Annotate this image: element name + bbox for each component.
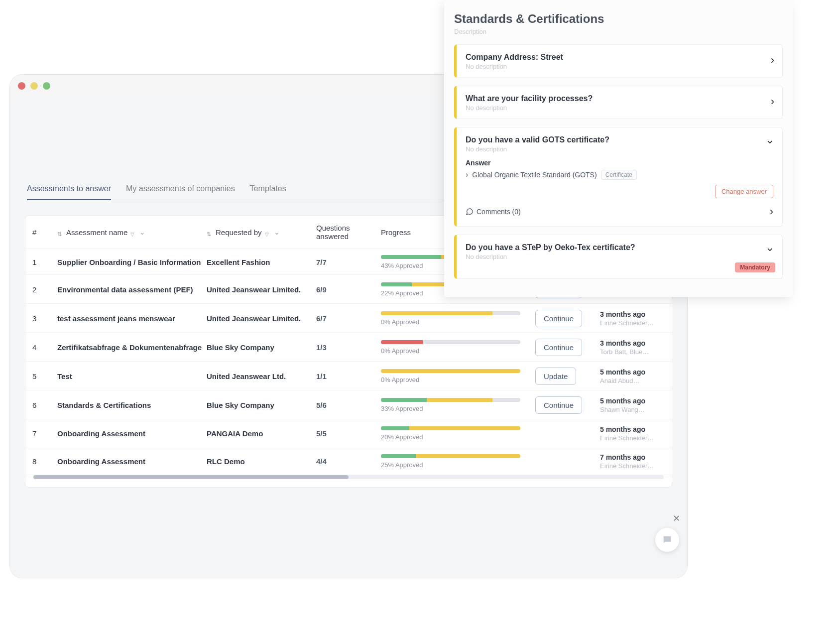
cell-questions-answered: 1/1 (316, 372, 381, 380)
cell-progress: 20% Approved (381, 426, 535, 441)
cell-meta: 5 months ago Shawn Wang… (600, 397, 672, 413)
cell-progress: 0% Approved (381, 369, 535, 383)
tab-assessments-answer[interactable]: Assessments to answer (27, 181, 111, 200)
cell-requested-by: Excellent Fashion (207, 258, 316, 266)
cell-num: 4 (32, 343, 57, 352)
cell-requested-by: United Jeanswear Limited. (207, 314, 316, 323)
col-questions[interactable]: Questions answered (316, 224, 381, 241)
cell-meta: 3 months ago Torb Batt, Blue… (600, 339, 672, 356)
chevron-down-icon (765, 136, 774, 149)
tab-templates[interactable]: Templates (250, 181, 286, 200)
tab-my-assessments[interactable]: My assessments of companies (126, 181, 235, 200)
cell-num: 6 (32, 401, 57, 409)
chevron-right-icon (771, 95, 774, 108)
question-card-address[interactable]: Company Address: Street No description (454, 44, 783, 78)
table-row[interactable]: 5 Test United Jeanswear Ltd. 1/1 0% Appr… (25, 362, 672, 390)
action-button[interactable]: Continue (535, 310, 582, 327)
cell-requested-by: PANGAIA Demo (207, 429, 316, 438)
question-title: Do you have a valid GOTS certificate? (466, 135, 773, 144)
meta-user: Anaid Abud… (600, 377, 670, 384)
cell-num: 5 (32, 372, 57, 380)
table-row[interactable]: 6 Standards & Certifications Blue Sky Co… (25, 390, 672, 419)
chevron-right-icon (771, 54, 774, 67)
sort-icon (207, 229, 213, 235)
cell-progress: 0% Approved (381, 311, 535, 326)
question-card-step[interactable]: Do you have a STeP by Oeko-Tex certifica… (454, 235, 783, 279)
cell-action: Update (535, 368, 600, 385)
chevron-down-icon (139, 229, 145, 235)
meta-time: 5 months ago (600, 425, 672, 433)
cell-meta: 5 months ago Eirine Schneider… (600, 425, 672, 442)
question-card-processes[interactable]: What are your facility processes? No des… (454, 86, 783, 119)
progress-caption: 0% Approved (381, 347, 535, 355)
progress-caption: 20% Approved (381, 433, 535, 441)
cell-num: 2 (32, 285, 57, 294)
cell-name: Standards & Certifications (57, 401, 207, 409)
progress-bar (381, 369, 520, 373)
chevron-down-icon (274, 229, 280, 235)
cell-meta: 7 months ago Eirine Schneider… (600, 453, 672, 470)
chevron-right-icon (466, 170, 468, 179)
cell-progress: 0% Approved (381, 340, 535, 355)
comments-row[interactable]: Comments (0) (466, 205, 773, 218)
question-card-gots[interactable]: Do you have a valid GOTS certificate? No… (454, 127, 783, 227)
cell-num: 3 (32, 314, 57, 323)
change-answer-button[interactable]: Change answer (715, 185, 773, 198)
close-icon[interactable]: ✕ (673, 513, 680, 524)
certificate-badge: Certificate (601, 170, 637, 180)
table-row[interactable]: 4 Zertifikatsabfrage & Dokumentenabfrage… (25, 333, 672, 362)
meta-user: Shawn Wang… (600, 406, 670, 413)
col-num[interactable]: # (32, 228, 57, 237)
scrollbar-thumb[interactable] (33, 475, 349, 479)
progress-bar (381, 311, 520, 315)
maximize-dot-icon[interactable] (43, 82, 50, 90)
cell-num: 7 (32, 429, 57, 438)
minimize-dot-icon[interactable] (30, 82, 38, 90)
close-dot-icon[interactable] (18, 82, 25, 90)
panel-title: Standards & Certifications (454, 12, 783, 26)
cell-questions-answered: 4/4 (316, 457, 381, 466)
cell-name: Supplier Onboarding / Basic Information (57, 258, 207, 266)
cell-meta: 5 months ago Anaid Abud… (600, 368, 672, 384)
question-subtitle: No description (466, 145, 773, 153)
cell-name: Onboarding Assessment (57, 457, 207, 466)
col-name[interactable]: Assessment name (57, 228, 207, 237)
meta-time: 3 months ago (600, 339, 672, 347)
meta-time: 5 months ago (600, 397, 672, 405)
cell-name: Test (57, 372, 207, 380)
progress-bar (381, 398, 520, 402)
question-title: Do you have a STeP by Oeko-Tex certifica… (466, 243, 773, 252)
cell-requested-by: United Jeanswear Limited. (207, 285, 316, 294)
chevron-right-icon (770, 205, 773, 218)
meta-user: Eirine Schneider… (600, 319, 670, 327)
cell-name: Environmental data assessment (PEF) (57, 285, 207, 294)
table-row[interactable]: 3 test assessment jeans menswear United … (25, 304, 672, 333)
cell-questions-answered: 5/5 (316, 429, 381, 438)
cell-action: Continue (535, 396, 600, 414)
table-row[interactable]: 8 Onboarding Assessment RLC Demo 4/4 25%… (25, 447, 672, 475)
horizontal-scrollbar[interactable] (33, 475, 664, 479)
mandatory-badge: Mandatory (735, 262, 775, 272)
action-button[interactable]: Update (535, 368, 576, 385)
progress-caption: 25% Approved (381, 461, 535, 469)
cell-questions-answered: 6/7 (316, 314, 381, 323)
answer-row[interactable]: Global Organic Textile Standard (GOTS) C… (466, 170, 773, 180)
progress-bar (381, 454, 520, 458)
chat-widget[interactable] (655, 528, 679, 552)
action-button[interactable]: Continue (535, 339, 582, 356)
cell-action: Continue (535, 310, 600, 327)
progress-caption: 0% Approved (381, 318, 535, 326)
meta-user: Eirine Schneider… (600, 434, 670, 442)
progress-bar (381, 426, 520, 430)
question-subtitle: No description (466, 253, 773, 260)
action-button[interactable]: Continue (535, 396, 582, 414)
col-name-label: Assessment name (66, 228, 127, 237)
cell-requested-by: RLC Demo (207, 457, 316, 466)
answer-text: Global Organic Textile Standard (GOTS) (472, 171, 597, 179)
answer-label: Answer (466, 159, 773, 167)
progress-caption: 0% Approved (381, 376, 535, 383)
cell-progress: 25% Approved (381, 454, 535, 469)
table-row[interactable]: 7 Onboarding Assessment PANGAIA Demo 5/5… (25, 419, 672, 447)
col-requested-by[interactable]: Requested by (207, 228, 316, 237)
question-title: What are your facility processes? (466, 94, 773, 103)
